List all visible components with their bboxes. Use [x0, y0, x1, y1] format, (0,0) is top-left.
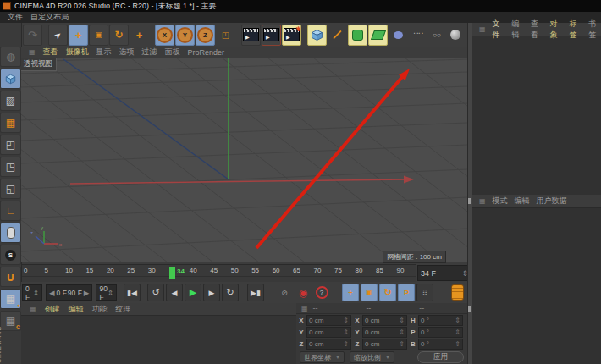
divider-handle[interactable] — [468, 198, 471, 204]
keyframe-selection-button[interactable]: ⠿ — [416, 284, 433, 301]
pos-z-field[interactable]: 0 cm⇕ — [306, 339, 351, 350]
apply-button[interactable]: 应用 — [417, 351, 464, 363]
mat-menu-texture[interactable]: 纹理 — [116, 304, 131, 315]
attr-menu-userdata[interactable]: 用户数据 — [537, 196, 567, 207]
panel-grid-icon[interactable]: ▦ — [29, 48, 36, 56]
frame-range-slider[interactable]: ◀0 F 90 F▶ — [46, 284, 92, 301]
rot-p-field[interactable]: 0 °⇕ — [418, 327, 463, 338]
size-z-field[interactable]: 0 cm⇕ — [362, 339, 407, 350]
keyframe-disabled-icon[interactable]: ⊘ — [276, 284, 293, 301]
sky-button[interactable] — [445, 25, 465, 46]
next-frame-button[interactable]: ▶ — [203, 284, 220, 301]
rot-h-field[interactable]: 0 °⇕ — [418, 315, 463, 326]
workplane-snap-button[interactable]: ▦C — [0, 311, 21, 331]
render-queue-button[interactable] — [449, 284, 466, 301]
panel-grid-icon[interactable]: ▦ — [30, 306, 36, 313]
polygon-mode-button[interactable]: ◱ — [0, 179, 21, 199]
panel-grid-icon[interactable]: ▦ — [479, 197, 486, 205]
panel-grid-icon[interactable]: ▦ — [479, 25, 486, 33]
last-tool[interactable]: + — [130, 25, 149, 46]
divider-handle[interactable] — [468, 306, 471, 312]
timeline-ruler[interactable]: 05 1015 2025 30 4045 5055 6065 7075 8085… — [21, 264, 416, 283]
render-settings-button[interactable]: ✱ — [282, 25, 301, 46]
perspective-viewport[interactable]: y x z — [21, 47, 467, 262]
vp-menu-filter[interactable]: 过滤 — [142, 47, 157, 58]
goto-start-button[interactable]: ▮◀ — [124, 284, 141, 301]
play-reverse-button[interactable]: ↺ — [147, 284, 164, 301]
obj-menu-file[interactable]: 文件 — [493, 19, 505, 41]
spline-pen-button[interactable] — [328, 25, 347, 46]
mat-menu-create[interactable]: 创建 — [45, 304, 60, 315]
history-icon[interactable]: ◍ — [0, 47, 21, 67]
menu-file[interactable]: 文件 — [8, 12, 23, 23]
menu-custom-layout[interactable]: 自定义布局 — [30, 12, 69, 23]
rotate-tool[interactable]: ↻ — [109, 25, 129, 46]
scale-tool[interactable]: ▣ — [89, 25, 108, 46]
viewport-solo-button[interactable] — [0, 223, 21, 243]
range-end-field[interactable]: 90 F⇕ — [96, 284, 117, 301]
lock-z-axis-button[interactable]: Z — [196, 25, 215, 46]
vp-menu-display[interactable]: 显示 — [96, 47, 112, 58]
coord-col-size[interactable]: -- — [366, 304, 414, 312]
points-mode-button[interactable]: ◰ — [0, 135, 21, 155]
obj-menu-view[interactable]: 查看 — [531, 19, 543, 41]
view-label[interactable]: 透视视图 — [21, 58, 57, 71]
attr-menu-edit[interactable]: 编辑 — [515, 196, 530, 207]
pos-x-field[interactable]: 0 cm⇕ — [306, 315, 351, 326]
lock-y-axis-button[interactable]: Y — [175, 25, 195, 46]
scale-mode-dropdown[interactable]: 缩放比例▼ — [350, 351, 394, 363]
render-picture-viewer-button[interactable] — [262, 25, 281, 46]
metaball-button[interactable] — [389, 25, 408, 46]
axis-mode-button[interactable]: ∟ — [0, 201, 21, 221]
texture-mode-button[interactable]: ▨ — [0, 91, 21, 111]
render-view-button[interactable] — [241, 25, 261, 46]
instance-button[interactable]: ○○ — [429, 25, 444, 46]
obj-menu-bookmarks[interactable]: 书签 — [588, 19, 601, 41]
play-button[interactable]: ▶ — [185, 284, 201, 301]
live-selection-tool[interactable]: ➤ — [48, 25, 68, 46]
vp-menu-view[interactable]: 查看 — [43, 47, 58, 58]
playhead-marker[interactable] — [169, 267, 175, 279]
array-button[interactable]: ∷∷ — [409, 25, 428, 46]
mat-menu-function[interactable]: 功能 — [92, 304, 108, 315]
size-y-field[interactable]: 0 cm⇕ — [362, 327, 407, 338]
coord-col-position[interactable]: -- — [313, 304, 361, 312]
loop-button[interactable]: ↻ — [222, 284, 239, 301]
key-scale-button[interactable]: ▣ — [361, 284, 378, 301]
autokey-help-button[interactable]: ? — [313, 284, 330, 301]
key-rotation-button[interactable]: ↻ — [379, 284, 396, 301]
key-parameter-button[interactable]: P — [398, 284, 415, 301]
mat-menu-edit[interactable]: 编辑 — [69, 304, 84, 315]
coordinate-system-button[interactable]: ◳ — [216, 25, 235, 46]
edge-mode-button[interactable]: ◳ — [0, 157, 21, 177]
coord-col-rotation[interactable]: -- — [419, 304, 467, 312]
lock-workplane-button[interactable]: ▦● — [0, 289, 21, 309]
key-position-button[interactable]: + — [342, 284, 359, 301]
record-button[interactable]: ◉ — [295, 284, 312, 301]
snap-button[interactable]: S — [0, 245, 21, 265]
vp-menu-panel[interactable]: 面板 — [165, 47, 180, 58]
subdivision-surface-button[interactable] — [348, 25, 367, 46]
previous-frame-button[interactable]: ◀ — [166, 284, 183, 301]
goto-end-button[interactable]: ▶▮ — [247, 284, 264, 301]
model-mode-button[interactable] — [0, 69, 21, 89]
current-frame-field[interactable]: 34 F⇕ — [417, 265, 471, 281]
coords-system-dropdown[interactable]: 世界坐标▼ — [300, 351, 345, 363]
obj-menu-tags[interactable]: 标签 — [570, 19, 582, 41]
vp-menu-options[interactable]: 选项 — [119, 47, 135, 58]
vp-menu-camera[interactable]: 摄像机 — [66, 47, 89, 58]
rot-b-field[interactable]: 0 °⇕ — [418, 339, 463, 350]
panel-grid-icon[interactable]: ▦ — [301, 305, 308, 312]
size-x-field[interactable]: 0 cm⇕ — [362, 315, 407, 326]
move-tool[interactable]: + — [69, 25, 88, 46]
redo-button[interactable]: ↷ — [23, 25, 42, 46]
lock-x-axis-button[interactable]: X — [155, 25, 174, 46]
extrude-generator-button[interactable] — [368, 25, 388, 46]
obj-menu-edit[interactable]: 编辑 — [511, 19, 524, 41]
pos-y-field[interactable]: 0 cm⇕ — [306, 327, 351, 338]
add-primitive-button[interactable] — [307, 25, 327, 46]
range-start-field[interactable]: 0 F⇕ — [22, 284, 42, 301]
obj-menu-objects[interactable]: 对象 — [550, 19, 563, 41]
workplane-mode-button[interactable]: ▦ — [0, 113, 21, 133]
magnet-button[interactable]: ∪ — [0, 267, 21, 287]
